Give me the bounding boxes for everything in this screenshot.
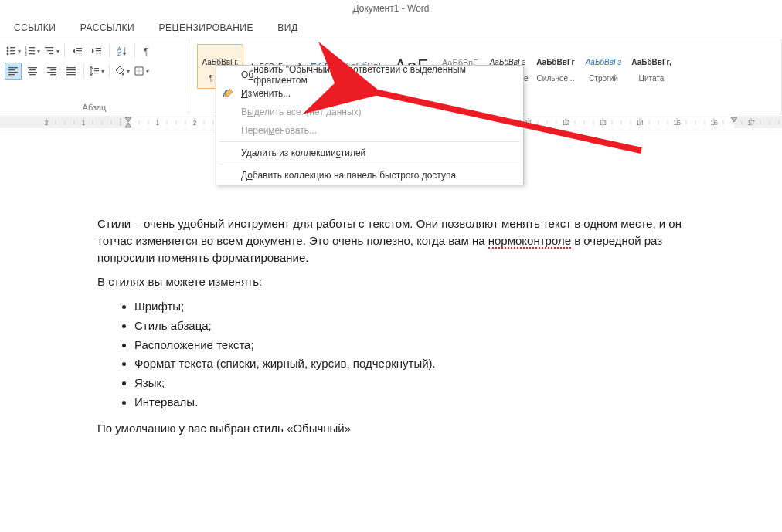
svg-rect-11 — [29, 53, 35, 54]
svg-rect-7 — [29, 47, 35, 48]
spellcheck-error[interactable]: нормоконтроле — [488, 234, 571, 249]
paragraph-group-label: Абзац — [5, 101, 184, 112]
multilevel-list-button[interactable] — [43, 42, 60, 59]
svg-rect-9 — [29, 50, 35, 51]
style-name: Цитата — [639, 74, 665, 83]
separator — [109, 64, 110, 78]
align-justify-button[interactable] — [63, 63, 80, 80]
tab-links[interactable]: ССЫЛКИ — [14, 17, 56, 39]
style-context-menu: Обновить "Обычный" в соответствии с выде… — [216, 65, 524, 185]
list-item: Стиль абзаца; — [134, 317, 685, 334]
svg-rect-33 — [50, 69, 56, 70]
svg-text:2: 2 — [25, 49, 27, 53]
svg-rect-28 — [28, 67, 37, 68]
ctx-remove-from-gallery[interactable]: Удалить из коллекции стилей — [216, 144, 523, 162]
svg-rect-17 — [76, 53, 82, 53]
svg-rect-31 — [29, 74, 36, 75]
tab-review[interactable]: РЕЦЕНЗИРОВАНИЕ — [159, 17, 253, 39]
style-tile-8[interactable]: АаБбВвГгСтрогий — [580, 44, 627, 89]
modify-icon: A — [221, 86, 235, 100]
list-item: Шрифты; — [134, 298, 685, 315]
list-item: Язык; — [134, 374, 685, 391]
svg-rect-32 — [47, 67, 56, 68]
tab-mailings[interactable]: РАССЫЛКИ — [80, 17, 134, 39]
svg-text:14: 14 — [636, 119, 644, 127]
separator — [83, 64, 84, 78]
align-center-button[interactable] — [24, 63, 41, 80]
style-preview: АаБбВвГг — [536, 51, 574, 74]
svg-rect-40 — [94, 68, 99, 69]
paragraph-group: 123 AZ ¶ Абзац — [0, 39, 189, 114]
separator — [109, 44, 110, 58]
ctx-update-to-match[interactable]: Обновить "Обычный" в соответствии с выде… — [216, 66, 523, 84]
show-marks-button[interactable]: ¶ — [139, 42, 156, 59]
svg-rect-35 — [50, 74, 56, 75]
svg-rect-37 — [66, 69, 76, 70]
bullet-list: Шрифты;Стиль абзаца;Расположение текста;… — [97, 298, 685, 411]
svg-text:Z: Z — [117, 51, 121, 56]
body-paragraph: Стили – очень удобный инструмент для раб… — [97, 215, 685, 266]
svg-text:A: A — [222, 88, 230, 99]
style-tile-7[interactable]: АаБбВвГгСильное... — [532, 44, 579, 89]
svg-point-0 — [7, 47, 9, 49]
separator — [64, 44, 65, 58]
tab-view[interactable]: ВИД — [277, 17, 298, 39]
svg-text:11: 11 — [525, 119, 532, 127]
style-name: Сильное... — [537, 74, 575, 83]
svg-rect-39 — [66, 74, 76, 75]
svg-rect-27 — [8, 74, 15, 75]
line-spacing-button[interactable] — [88, 63, 105, 80]
style-tile-9[interactable]: АаБбВвГг,Цитата — [628, 44, 675, 89]
ctx-add-to-qat[interactable]: Добавить коллекцию на панель быстрого до… — [216, 166, 523, 185]
svg-text:1: 1 — [155, 119, 159, 127]
svg-rect-12 — [45, 47, 53, 48]
svg-rect-34 — [47, 72, 56, 73]
list-item: Формат текста (списки, жирный, курсив, п… — [134, 355, 685, 372]
svg-rect-3 — [10, 50, 15, 51]
increase-indent-button[interactable] — [88, 42, 105, 59]
ctx-select-all: Выделить все: (нет данных) — [216, 103, 523, 121]
svg-text:13: 13 — [599, 119, 607, 127]
align-left-button[interactable] — [5, 63, 22, 80]
svg-rect-16 — [76, 50, 82, 51]
borders-button[interactable] — [133, 63, 150, 80]
style-preview: АаБбВвГг, — [631, 51, 671, 74]
shading-button[interactable] — [114, 63, 131, 80]
numbering-button[interactable]: 123 — [24, 42, 41, 59]
svg-rect-14 — [49, 53, 53, 54]
svg-rect-30 — [28, 72, 37, 73]
ctx-rename: Переименовать... — [216, 121, 523, 140]
svg-rect-13 — [47, 50, 53, 51]
svg-text:15: 15 — [673, 119, 681, 127]
svg-text:A: A — [117, 46, 121, 52]
ctx-modify[interactable]: A Изменить... — [216, 84, 523, 103]
svg-rect-5 — [10, 53, 15, 54]
svg-rect-42 — [94, 73, 99, 73]
sort-button[interactable]: AZ — [114, 42, 131, 59]
svg-rect-19 — [96, 50, 101, 51]
decrease-indent-button[interactable] — [69, 42, 86, 59]
svg-text:¶: ¶ — [144, 46, 149, 56]
svg-rect-41 — [94, 70, 99, 71]
svg-rect-20 — [96, 53, 101, 53]
svg-rect-26 — [8, 72, 18, 73]
svg-text:1: 1 — [25, 46, 27, 50]
bullets-button[interactable] — [5, 42, 22, 59]
svg-rect-1 — [10, 47, 15, 48]
svg-rect-43 — [135, 67, 143, 75]
svg-rect-24 — [8, 67, 18, 68]
svg-rect-18 — [96, 48, 101, 49]
svg-rect-15 — [76, 48, 82, 49]
svg-point-2 — [7, 50, 9, 53]
separator — [219, 164, 520, 164]
separator — [219, 141, 520, 142]
window-title: Документ1 - Word — [0, 0, 782, 17]
list-item: Расположение текста; — [134, 337, 685, 354]
align-right-button[interactable] — [43, 63, 60, 80]
svg-rect-25 — [8, 69, 15, 70]
svg-rect-29 — [29, 69, 36, 70]
style-preview: АаБбВвГг — [586, 51, 622, 74]
svg-text:16: 16 — [710, 119, 718, 127]
svg-text:2: 2 — [192, 119, 196, 127]
body-paragraph: В стилях вы можете изменять: — [97, 273, 685, 290]
